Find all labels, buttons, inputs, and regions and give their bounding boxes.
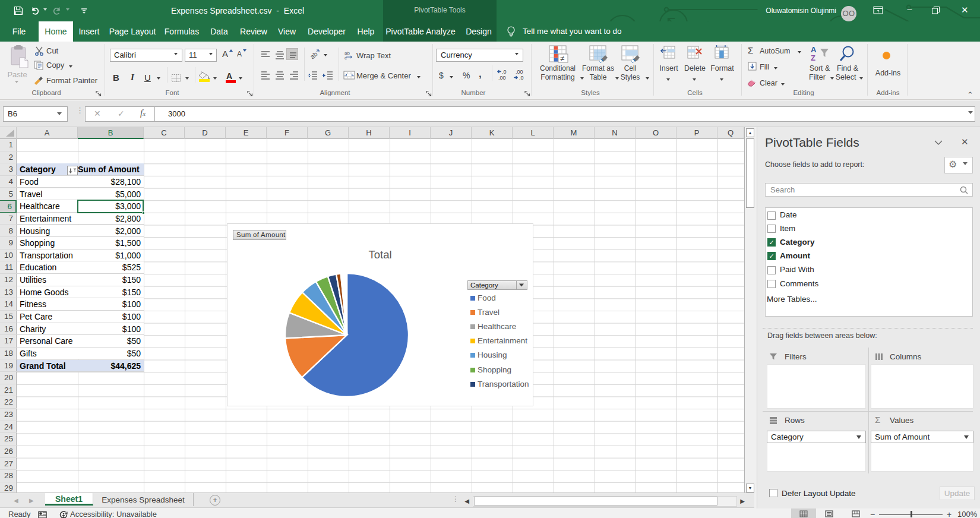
- svg-text:Total: Total: [368, 248, 391, 261]
- svg-text:Housing: Housing: [478, 350, 507, 359]
- svg-text:Category: Category: [470, 282, 498, 289]
- svg-text:c: c: [344, 55, 347, 59]
- svg-text:A: A: [811, 45, 817, 54]
- svg-text:Shopping: Shopping: [478, 365, 511, 374]
- svg-text:.00: .00: [498, 75, 506, 81]
- svg-text:Sum of Amount: Sum of Amount: [236, 231, 286, 238]
- svg-text:Food: Food: [478, 293, 496, 302]
- svg-text:Healthcare: Healthcare: [478, 322, 516, 331]
- svg-text:.0: .0: [502, 69, 507, 75]
- svg-text:Travel: Travel: [478, 308, 500, 317]
- svg-text:Entertainment: Entertainment: [478, 336, 527, 345]
- svg-text:Transportation: Transportation: [478, 380, 529, 389]
- svg-text:≠: ≠: [560, 54, 564, 63]
- svg-text:Z: Z: [811, 53, 815, 62]
- svg-text:ab: ab: [309, 50, 319, 60]
